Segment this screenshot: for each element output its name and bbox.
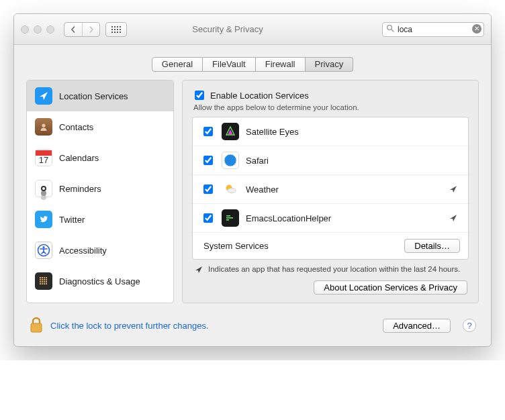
sidebar-item-label: Accessibility bbox=[59, 246, 107, 256]
app-name-label: Safari bbox=[246, 156, 460, 166]
svg-line-13 bbox=[392, 30, 394, 32]
svg-rect-18 bbox=[42, 277, 43, 278]
svg-rect-19 bbox=[44, 277, 45, 278]
svg-rect-29 bbox=[40, 283, 41, 284]
zoom-window-button[interactable] bbox=[46, 25, 54, 34]
system-services-row: System Services Details… bbox=[193, 233, 468, 259]
preferences-window: Security & Privacy ✕ General FileVault F… bbox=[13, 13, 492, 347]
svg-rect-23 bbox=[44, 279, 45, 280]
app-checkbox[interactable] bbox=[203, 156, 213, 165]
emacs-icon bbox=[222, 209, 239, 227]
svg-rect-20 bbox=[46, 277, 47, 278]
app-checkbox[interactable] bbox=[203, 127, 213, 136]
svg-rect-17 bbox=[40, 277, 41, 278]
app-row-emacslocationhelper: EmacsLocationHelper bbox=[193, 204, 468, 233]
svg-rect-37 bbox=[226, 217, 233, 219]
svg-rect-36 bbox=[226, 215, 230, 217]
main-panel: Enable Location Services Allow the apps … bbox=[182, 80, 479, 303]
calendar-icon: 17 bbox=[35, 149, 52, 166]
sidebar-item-location-services[interactable]: Location Services bbox=[27, 81, 173, 111]
reminders-icon bbox=[35, 180, 52, 197]
lock-icon[interactable] bbox=[29, 317, 44, 334]
legend-note: Indicates an app that has requested your… bbox=[192, 260, 469, 280]
app-name-label: Satellite Eyes bbox=[246, 127, 460, 137]
sidebar-item-diagnostics[interactable]: Diagnostics & Usage bbox=[27, 266, 173, 297]
satellite-eyes-icon bbox=[222, 123, 239, 140]
about-location-button[interactable]: About Location Services & Privacy bbox=[314, 280, 467, 295]
search-container: ✕ bbox=[382, 22, 484, 37]
svg-rect-39 bbox=[31, 323, 42, 332]
legend-text: Indicates an app that has requested your… bbox=[208, 265, 460, 273]
svg-point-12 bbox=[387, 25, 392, 30]
enable-location-checkbox[interactable] bbox=[195, 91, 204, 100]
location-arrow-icon bbox=[35, 87, 52, 105]
sidebar-item-accessibility[interactable]: Accessibility bbox=[27, 235, 173, 266]
weather-icon bbox=[222, 180, 239, 198]
tab-privacy[interactable]: Privacy bbox=[306, 57, 354, 72]
svg-rect-21 bbox=[40, 279, 41, 280]
sidebar-item-label: Diagnostics & Usage bbox=[59, 276, 140, 286]
svg-rect-27 bbox=[44, 281, 45, 282]
svg-point-35 bbox=[228, 189, 236, 193]
app-name-label: Weather bbox=[246, 185, 443, 195]
tab-general[interactable]: General bbox=[152, 57, 203, 72]
svg-point-33 bbox=[224, 154, 236, 166]
svg-rect-22 bbox=[42, 279, 43, 280]
sidebar-item-label: Reminders bbox=[59, 184, 101, 194]
details-button[interactable]: Details… bbox=[404, 239, 460, 253]
recent-location-icon bbox=[195, 266, 203, 274]
app-list: Satellite Eyes Safari Weather bbox=[192, 117, 469, 260]
diagnostics-icon bbox=[35, 272, 52, 290]
privacy-sidebar: Location Services Contacts 17 Calendars … bbox=[26, 80, 174, 303]
svg-rect-38 bbox=[226, 219, 229, 221]
app-row-satellite-eyes: Satellite Eyes bbox=[193, 117, 468, 146]
contacts-icon bbox=[35, 118, 52, 136]
nav-back-forward bbox=[64, 22, 100, 37]
safari-icon bbox=[222, 152, 239, 169]
app-checkbox[interactable] bbox=[203, 185, 213, 194]
enable-location-label: Enable Location Services bbox=[210, 91, 309, 101]
tab-bar: General FileVault Firewall Privacy bbox=[152, 57, 353, 72]
app-name-label: EmacsLocationHelper bbox=[246, 213, 443, 223]
search-icon bbox=[386, 24, 394, 32]
svg-rect-24 bbox=[46, 279, 47, 280]
clear-search-button[interactable]: ✕ bbox=[472, 24, 481, 34]
help-button[interactable]: ? bbox=[463, 319, 476, 332]
svg-rect-30 bbox=[42, 283, 43, 284]
accessibility-icon bbox=[35, 242, 52, 259]
forward-button[interactable] bbox=[82, 23, 99, 36]
back-button[interactable] bbox=[64, 23, 82, 36]
sidebar-item-label: Contacts bbox=[59, 122, 93, 132]
svg-point-16 bbox=[42, 246, 44, 248]
window-controls bbox=[21, 25, 54, 34]
svg-rect-32 bbox=[46, 283, 47, 284]
svg-point-14 bbox=[42, 123, 45, 127]
svg-rect-31 bbox=[44, 283, 45, 284]
tab-filevault[interactable]: FileVault bbox=[203, 57, 256, 72]
svg-rect-26 bbox=[42, 281, 43, 282]
search-input[interactable] bbox=[382, 22, 484, 37]
window-title: Security & Privacy bbox=[105, 24, 350, 34]
svg-rect-28 bbox=[46, 281, 47, 282]
svg-rect-25 bbox=[40, 281, 41, 282]
app-row-safari: Safari bbox=[193, 146, 468, 175]
app-row-weather: Weather bbox=[193, 175, 468, 204]
lock-text[interactable]: Click the lock to prevent further change… bbox=[50, 321, 376, 331]
tab-firewall[interactable]: Firewall bbox=[256, 57, 306, 72]
sidebar-item-label: Twitter bbox=[59, 215, 85, 225]
recent-location-icon bbox=[449, 214, 457, 222]
advanced-button[interactable]: Advanced… bbox=[383, 319, 451, 333]
recent-location-icon bbox=[449, 185, 457, 193]
sidebar-item-label: Calendars bbox=[59, 153, 99, 163]
close-window-button[interactable] bbox=[21, 25, 29, 34]
app-checkbox[interactable] bbox=[203, 213, 213, 223]
sidebar-item-label: Location Services bbox=[59, 91, 128, 101]
system-services-label: System Services bbox=[203, 241, 398, 251]
minimize-window-button[interactable] bbox=[34, 25, 42, 34]
sidebar-item-twitter[interactable]: Twitter bbox=[27, 204, 173, 235]
sidebar-item-reminders[interactable]: Reminders bbox=[27, 173, 173, 204]
sidebar-item-contacts[interactable]: Contacts bbox=[27, 111, 173, 142]
content-area: Location Services Contacts 17 Calendars … bbox=[14, 72, 491, 309]
sidebar-item-calendars[interactable]: 17 Calendars bbox=[27, 142, 173, 173]
titlebar: Security & Privacy ✕ bbox=[14, 14, 491, 45]
